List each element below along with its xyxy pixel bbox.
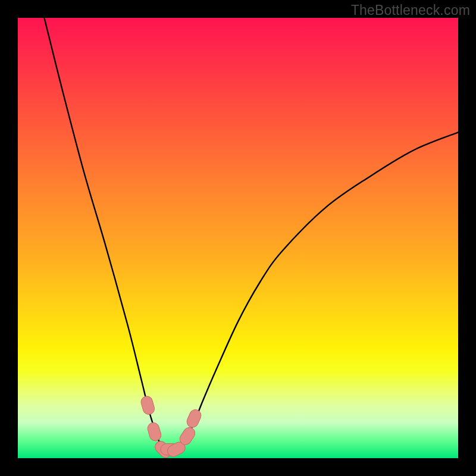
bottleneck-curve-path: [44, 18, 458, 450]
chart-frame: TheBottleneck.com: [0, 0, 476, 476]
watermark-text: TheBottleneck.com: [351, 2, 470, 18]
left-marker-upper: [140, 395, 156, 416]
right-marker-upper: [185, 408, 203, 429]
left-marker-lower: [146, 421, 162, 442]
plot-area: [18, 18, 458, 458]
marker-group: [140, 395, 203, 458]
curve-layer: [18, 18, 458, 458]
